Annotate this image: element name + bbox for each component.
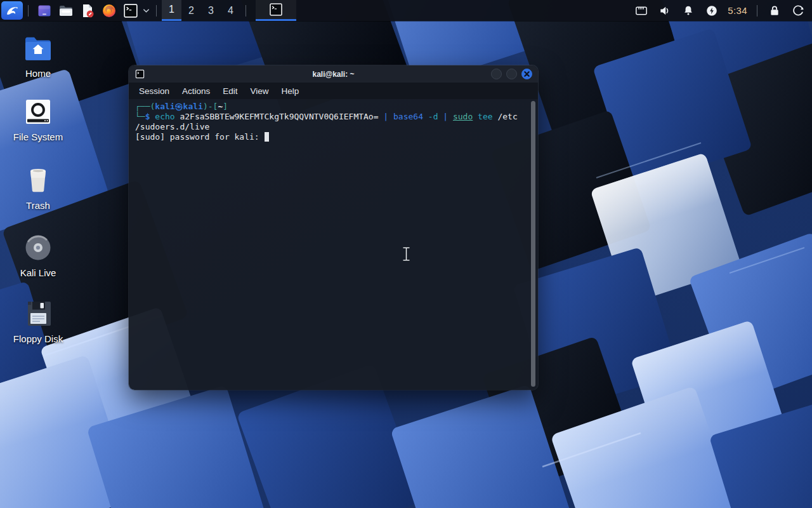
home-folder-icon	[23, 36, 53, 62]
kali-logo-icon	[4, 3, 20, 18]
maximize-button[interactable]	[506, 69, 517, 79]
firefox-icon	[102, 3, 117, 18]
text-editor-launcher[interactable]	[79, 1, 96, 20]
lock-icon	[768, 4, 781, 17]
volume-tray-button[interactable]	[658, 4, 671, 17]
desktop-screen: 1 2 3 4	[0, 0, 812, 508]
logout-icon	[792, 4, 804, 17]
close-icon	[524, 71, 530, 77]
trash-icon	[24, 166, 52, 194]
terminal-window: kali@kali: ~ Session Actions Edit View H…	[129, 65, 538, 390]
desktop-icon-label: File System	[13, 131, 63, 142]
notifications-tray-button[interactable]	[681, 4, 695, 17]
panel-separator	[156, 5, 157, 17]
launcher-dropdown-button[interactable]	[141, 1, 151, 20]
system-tray: 5:34	[629, 4, 812, 17]
lock-screen-button[interactable]	[768, 4, 781, 17]
network-icon	[635, 4, 648, 17]
minimize-button[interactable]	[491, 69, 502, 79]
clock[interactable]: 5:34	[728, 5, 747, 16]
network-tray-button[interactable]	[634, 4, 648, 17]
window-controls	[491, 69, 532, 79]
workspace-4[interactable]: 4	[221, 0, 240, 21]
menubar: Session Actions Edit View Help	[129, 83, 538, 99]
chevron-down-icon	[143, 8, 150, 13]
desktop-icon-label: Trash	[26, 200, 50, 211]
workspace-3[interactable]: 3	[201, 0, 221, 21]
window-terminal-icon	[135, 69, 145, 79]
desktop-icon-kali-live[interactable]: Kali Live	[5, 234, 71, 278]
volume-icon	[658, 4, 671, 17]
titlebar[interactable]: kali@kali: ~	[129, 65, 538, 83]
window-icon	[37, 3, 52, 18]
firefox-launcher[interactable]	[101, 1, 117, 20]
menu-help[interactable]: Help	[275, 86, 306, 96]
terminal-icon	[269, 3, 283, 17]
top-panel: 1 2 3 4	[0, 0, 812, 21]
desktop-icon-home[interactable]: Home	[5, 36, 71, 79]
workspace-4-label: 4	[228, 5, 233, 17]
bell-icon	[682, 4, 695, 17]
terminal-output: ┌──(kali㉿kali)-[~]└─$ echo a2FsaSBBTEw9K…	[135, 102, 532, 142]
desktop-icon-floppy-disk[interactable]: Floppy Disk	[5, 300, 71, 344]
panel-separator	[246, 5, 246, 17]
workspace-1-label: 1	[169, 4, 174, 15]
taskbar-terminal-button[interactable]	[256, 0, 296, 21]
workspace-1[interactable]: 1	[162, 0, 181, 21]
floppy-icon	[24, 300, 52, 328]
terminal-body[interactable]: ┌──(kali㉿kali)-[~]└─$ echo a2FsaSBBTEw9K…	[129, 99, 538, 390]
close-button[interactable]	[521, 69, 532, 79]
kali-menu-button[interactable]	[1, 1, 23, 20]
panel-separator	[757, 5, 757, 17]
workspace-2-label: 2	[188, 5, 194, 17]
desktop-icon-label: Home	[25, 68, 51, 79]
disc-icon	[24, 234, 52, 262]
document-icon	[80, 3, 95, 18]
logout-button[interactable]	[791, 4, 804, 17]
file-manager-launcher[interactable]	[58, 1, 74, 20]
hard-drive-icon	[24, 98, 52, 126]
show-desktop-button[interactable]	[36, 1, 53, 20]
scrollbar[interactable]	[531, 101, 535, 387]
window-title: kali@kali: ~	[129, 70, 538, 79]
terminal-launcher[interactable]	[122, 1, 139, 20]
desktop-icon-file-system[interactable]: File System	[5, 98, 71, 142]
workspace-2[interactable]: 2	[181, 0, 201, 21]
power-manager-tray-button[interactable]	[705, 4, 718, 17]
workspace-3-label: 3	[208, 5, 214, 17]
folder-icon	[58, 3, 74, 18]
menu-actions[interactable]: Actions	[176, 86, 216, 96]
terminal-icon	[123, 3, 138, 18]
menu-session[interactable]: Session	[133, 86, 176, 96]
menu-edit[interactable]: Edit	[216, 86, 244, 96]
menu-view[interactable]: View	[244, 86, 275, 96]
power-icon	[705, 4, 718, 17]
desktop-icon-label: Kali Live	[20, 267, 56, 278]
panel-separator	[28, 5, 29, 17]
desktop-icon-trash[interactable]: Trash	[5, 166, 71, 211]
desktop-icon-label: Floppy Disk	[13, 333, 63, 344]
scrollbar-thumb[interactable]	[531, 101, 535, 387]
